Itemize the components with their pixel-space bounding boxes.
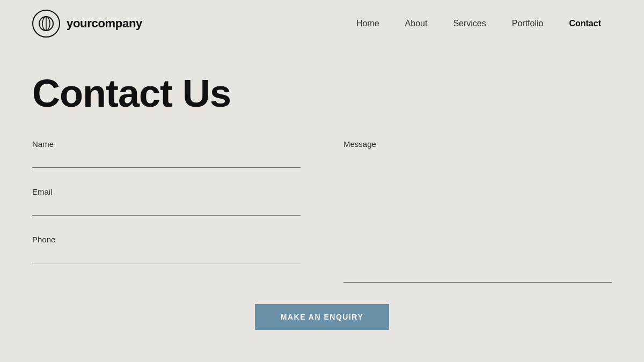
name-input[interactable] — [32, 152, 301, 168]
nav-contact[interactable]: Contact — [558, 14, 612, 33]
page-title: Contact Us — [32, 74, 612, 113]
nav-services[interactable]: Services — [442, 14, 496, 33]
name-label: Name — [32, 139, 301, 149]
logo-link[interactable]: yourcompany — [32, 10, 142, 38]
form-right-column: Message — [343, 139, 612, 283]
phone-label: Phone — [32, 235, 301, 244]
logo-text: yourcompany — [67, 17, 142, 31]
phone-input[interactable] — [32, 247, 301, 263]
main-nav: Home About Services Portfolio Contact — [346, 14, 612, 33]
message-field: Message — [343, 139, 612, 283]
message-label: Message — [343, 139, 612, 149]
nav-home[interactable]: Home — [346, 14, 390, 33]
nav-portfolio[interactable]: Portfolio — [501, 14, 554, 33]
nav-about[interactable]: About — [394, 14, 438, 33]
main-content: Contact Us Name Email Phone Message — [0, 47, 644, 330]
message-input[interactable] — [343, 152, 612, 283]
email-label: Email — [32, 187, 301, 196]
logo-icon — [32, 10, 60, 38]
submit-row: MAKE AN ENQUIRY — [32, 304, 612, 330]
phone-field: Phone — [32, 235, 301, 263]
contact-form: Name Email Phone Message — [32, 139, 612, 283]
name-field: Name — [32, 139, 301, 168]
email-field: Email — [32, 187, 301, 216]
submit-button[interactable]: MAKE AN ENQUIRY — [255, 304, 389, 330]
email-input[interactable] — [32, 200, 301, 216]
form-left-column: Name Email Phone — [32, 139, 301, 283]
site-header: yourcompany Home About Services Portfoli… — [0, 0, 644, 47]
